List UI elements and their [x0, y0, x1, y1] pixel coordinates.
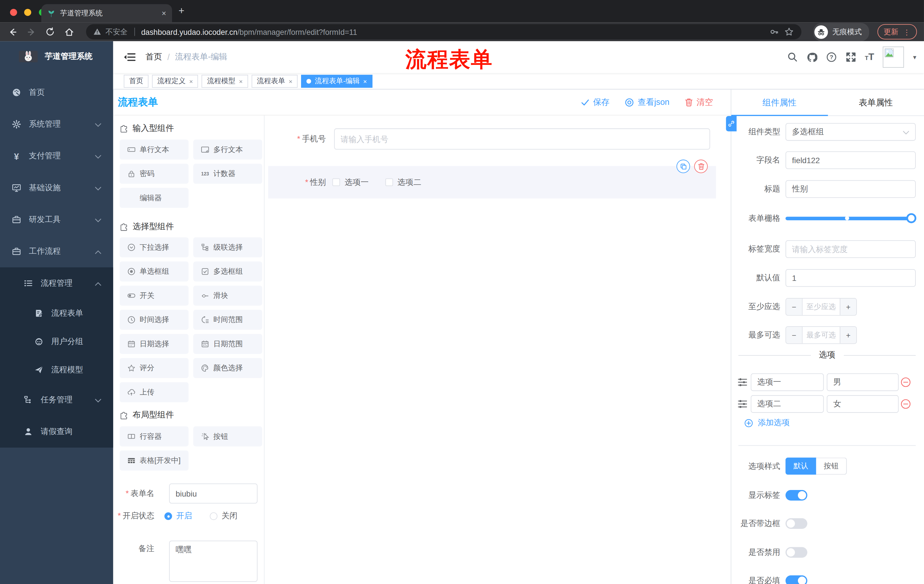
field-name-input[interactable]	[785, 151, 916, 169]
copy-component-button[interactable]	[676, 160, 690, 173]
sidebar-item-infrastructure[interactable]: 基础设施	[0, 172, 113, 204]
delete-component-button[interactable]	[694, 160, 708, 173]
style-button-button[interactable]: 按钮	[816, 458, 847, 475]
github-icon[interactable]	[807, 52, 817, 62]
chip-password[interactable]: 密码	[119, 164, 188, 184]
sidebar-item-leave-query[interactable]: 请假查询	[0, 416, 113, 447]
chip-rate[interactable]: 评分	[119, 358, 188, 378]
fullscreen-icon[interactable]	[845, 52, 856, 62]
sidebar-logo[interactable]: 芋道管理系统	[0, 41, 113, 67]
component-type-select[interactable]: 多选框组	[785, 123, 916, 141]
sidebar-fold-icon[interactable]	[124, 51, 135, 63]
back-icon[interactable]	[7, 26, 18, 37]
help-icon[interactable]: ?	[826, 52, 837, 62]
url-text[interactable]: dashboard.yudao.iocoder.cn/bpm/manager/f…	[141, 28, 357, 36]
tab-form-props[interactable]: 表单属性	[828, 89, 924, 115]
checkbox-option-2[interactable]: 选项二	[385, 177, 421, 188]
chip-date-picker[interactable]: 日期选择	[119, 334, 188, 354]
option-label-input[interactable]	[751, 395, 824, 413]
option-value-input[interactable]	[827, 395, 899, 413]
browser-menu-icon[interactable]: ⋮	[903, 28, 911, 36]
chip-upload[interactable]: 上传	[119, 382, 188, 402]
minimize-window-button[interactable]	[24, 9, 31, 16]
chip-cascader[interactable]: 级联选择	[193, 237, 262, 257]
close-window-button[interactable]	[10, 9, 17, 16]
label-width-input[interactable]	[785, 240, 916, 258]
chip-color-picker[interactable]: 颜色选择	[193, 358, 262, 378]
remove-option-icon[interactable]	[901, 377, 911, 390]
save-button[interactable]: 保存	[581, 97, 609, 107]
drag-handle-icon[interactable]	[737, 377, 748, 390]
checkbox-icon[interactable]	[385, 179, 393, 186]
search-icon[interactable]	[787, 52, 798, 62]
avatar[interactable]	[883, 46, 904, 68]
checkbox-icon[interactable]	[332, 179, 340, 186]
chip-button[interactable]: 按钮	[193, 426, 262, 446]
chip-select[interactable]: 下拉选择	[119, 237, 188, 257]
increase-button[interactable]: +	[840, 327, 856, 344]
avatar-caret-icon[interactable]: ▾	[913, 53, 916, 61]
tag-close-icon[interactable]: ×	[189, 77, 193, 85]
chip-multi-line-text[interactable]: 多行文本	[193, 140, 262, 160]
chip-editor[interactable]: 编辑器	[119, 188, 188, 208]
chip-table[interactable]: 表格[开发中]	[119, 451, 188, 470]
increase-button[interactable]: +	[840, 299, 856, 315]
grid-slider[interactable]	[785, 217, 914, 220]
show-label-switch[interactable]	[785, 490, 807, 500]
form-remark-textarea[interactable]: 嘿嘿	[169, 541, 257, 582]
option-value-input[interactable]	[827, 373, 899, 391]
tag-process-definition[interactable]: 流程定义×	[152, 74, 198, 87]
radio-status-off[interactable]: 关闭	[210, 511, 238, 521]
forward-icon[interactable]	[26, 26, 36, 37]
sidebar-item-process-form[interactable]: 流程表单	[0, 299, 113, 327]
chip-counter[interactable]: 123计数器	[193, 164, 262, 184]
sidebar-item-payment[interactable]: ¥ 支付管理	[0, 140, 113, 172]
security-label[interactable]: 不安全	[106, 27, 127, 37]
tag-process-form[interactable]: 流程表单×	[252, 74, 298, 87]
decrease-button[interactable]: −	[786, 299, 803, 315]
bookmark-star-icon[interactable]	[783, 26, 794, 37]
breadcrumb-home[interactable]: 首页	[145, 52, 162, 62]
update-button[interactable]: 更新 ⋮	[877, 24, 917, 40]
field-phone[interactable]: *手机号	[264, 128, 731, 150]
style-default-button[interactable]: 默认	[785, 458, 816, 475]
tag-close-icon[interactable]: ×	[289, 77, 292, 85]
border-switch[interactable]	[785, 518, 807, 529]
chip-row-container[interactable]: 行容器	[119, 426, 188, 446]
new-tab-button[interactable]: +	[179, 5, 185, 17]
decrease-button[interactable]: −	[786, 327, 803, 344]
chip-time-range[interactable]: 时间范围	[193, 310, 262, 330]
phone-input[interactable]	[334, 128, 710, 150]
view-json-button[interactable]: 查看json	[625, 97, 670, 107]
disabled-switch[interactable]	[785, 547, 807, 558]
key-icon[interactable]	[769, 26, 779, 37]
panel-collapse-handle[interactable]	[726, 116, 736, 132]
form-name-input[interactable]	[169, 484, 257, 503]
tag-home[interactable]: 首页	[124, 74, 148, 87]
radio-status-on[interactable]: 开启	[164, 511, 192, 521]
tag-process-model[interactable]: 流程模型×	[202, 74, 248, 87]
chip-single-line-text[interactable]: 单行文本	[119, 140, 188, 160]
min-select-input[interactable]	[802, 299, 840, 315]
font-size-icon[interactable]: TT	[865, 52, 874, 62]
tab-component-props[interactable]: 组件属性	[731, 89, 828, 115]
tag-process-form-edit[interactable]: 流程表单-编辑×	[301, 74, 372, 87]
sidebar-item-home[interactable]: 首页	[0, 77, 113, 108]
reload-icon[interactable]	[45, 26, 56, 37]
sidebar-item-devtools[interactable]: 研发工具	[0, 204, 113, 235]
field-gender-selected[interactable]: *性别 选项一 选项二	[268, 166, 716, 198]
add-option-button[interactable]: 添加选项	[744, 418, 790, 428]
tab-close-icon[interactable]: ×	[162, 9, 167, 18]
tag-close-icon[interactable]: ×	[363, 77, 367, 85]
sidebar-item-system[interactable]: 系统管理	[0, 108, 113, 140]
required-switch[interactable]	[785, 576, 807, 584]
tag-close-icon[interactable]: ×	[239, 77, 243, 85]
max-select-input[interactable]	[802, 327, 840, 344]
checkbox-option-1[interactable]: 选项一	[332, 177, 369, 188]
slider-handle[interactable]	[906, 213, 916, 223]
sidebar-item-workflow[interactable]: 工作流程	[0, 235, 113, 267]
sidebar-item-process-management[interactable]: 流程管理	[0, 267, 113, 299]
home-icon[interactable]	[64, 26, 74, 37]
remove-option-icon[interactable]	[901, 398, 911, 411]
chip-checkbox-group[interactable]: 多选框组	[193, 262, 262, 281]
